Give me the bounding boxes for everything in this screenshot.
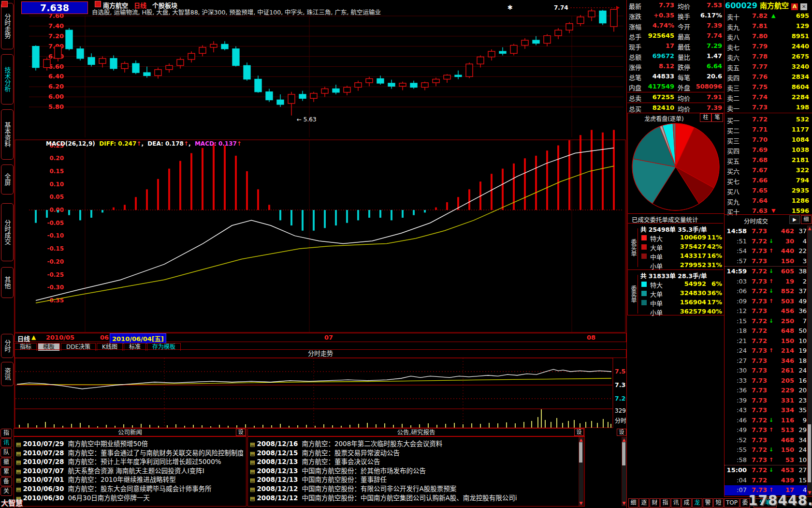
queue-level-label: 卖七	[727, 43, 740, 52]
news-tab-2[interactable]: 讯	[0, 438, 12, 448]
bottom-tab-TOP[interactable]: TOP	[724, 498, 740, 508]
queue-price: 7.74	[752, 93, 768, 101]
announcements-panel-item-6[interactable]: ▤2008/12/12中国南方航空股份：有限公司非公开发行A股股票预案	[250, 483, 581, 493]
bottom-tab-成[interactable]: 成	[682, 498, 692, 508]
trade-price: 7.72	[752, 337, 767, 344]
trade-volume: 468	[775, 436, 794, 444]
quote-row-2: 涨跌+0.35换手6.17%	[627, 11, 724, 21]
quote-label: 总手	[629, 32, 641, 41]
close-icon[interactable]: ✕	[800, 3, 807, 10]
news-scrollbar[interactable]: ▲▼	[579, 437, 584, 506]
scroll-down-icon[interactable]: ▼	[622, 501, 626, 506]
trade-time: :55	[725, 446, 747, 453]
scroll-down-icon[interactable]: ▼	[579, 501, 583, 506]
date-label-5[interactable]: 08	[587, 334, 595, 341]
bottom-tab-细[interactable]: 细	[628, 498, 638, 508]
news-tab-3[interactable]: 队	[0, 448, 12, 457]
bottom-tab-逐[interactable]: 逐	[639, 498, 649, 508]
pie-pen-button[interactable]: 笔	[711, 113, 723, 122]
queue-level-label: 卖一	[727, 104, 740, 113]
sidebar-item-3[interactable]: 基本资料	[1, 109, 14, 160]
sidebar-item-4[interactable]: 全屏	[1, 164, 14, 194]
macd-value: MACD: 0.137	[195, 140, 237, 147]
sell-row-10: 卖一7.73198	[725, 103, 812, 113]
sidebar-item-2[interactable]: 技术分析	[1, 54, 14, 105]
date-label-4[interactable]: 07	[324, 334, 333, 341]
news-tab-6[interactable]: 备	[0, 477, 12, 486]
news-tab-7[interactable]: 关	[0, 487, 12, 496]
scroll-up-icon[interactable]: ▲	[622, 437, 626, 442]
queue-level-label: 卖六	[727, 53, 740, 62]
company-news-panel-settings-button[interactable]: 设	[236, 429, 246, 436]
date-label-2[interactable]: 06	[100, 334, 109, 341]
company-news-panel-item-5[interactable]: ▤2010/07/01南方航空：2010年继续推进战略转型	[16, 474, 243, 484]
company-news-panel-item-7[interactable]: ▤2010/06/3006月30日南方航空停牌一天	[16, 493, 243, 502]
quote-label: 总买	[629, 104, 641, 113]
announcements-panel-item-7[interactable]: ▤2008/12/12中国南方航空股份：中国南方航空集团公司认购新A股、南龙控股…	[250, 493, 581, 502]
document-icon: ▤	[250, 441, 255, 448]
bottom-tab-短[interactable]: 短	[713, 498, 724, 508]
quote-value: 8.12	[643, 62, 674, 70]
sidebar-item-1[interactable]: 分时走势	[1, 3, 14, 49]
queue-price: 7.78	[752, 53, 768, 60]
news-tab-1[interactable]: 指	[0, 429, 12, 438]
company-news-panel-item-3[interactable]: ▤2010/07/28南方航空：预计上半年度净利润同比增长超过5000%	[16, 456, 243, 466]
company-news-panel-item-6[interactable]: ▤2010/06/30南方航空：股东大会同意续聘毕马威会计师事务所	[16, 483, 243, 493]
trade-price: 7.73	[752, 347, 767, 354]
company-news-panel-item-2[interactable]: ▤2010/07/28南方航空：董事会通过了与南航财务关联交易的风险控制制度	[16, 448, 243, 457]
company-news-panel-item-1[interactable]: ▤2010/07/29南方航空中期业绩预增50倍	[16, 438, 243, 448]
trade-row: :277.7334618	[725, 356, 808, 366]
bottom-tab-警[interactable]: 警	[703, 498, 713, 508]
scroll-up-icon[interactable]: ▲	[579, 437, 583, 442]
news-title: 航天系整合资源 海南航天主题公园投资人I变阵I	[68, 467, 204, 475]
announcements-panel-item-1[interactable]: ▤2008/12/16南方航空：2008年第二次临时股东大会会议资料	[250, 438, 581, 448]
quote-row-7: 涨停8.12跌停6.64	[627, 61, 724, 72]
sidebar-item-5[interactable]: 分时成交	[1, 203, 14, 261]
expand-icon[interactable]: ▶	[789, 215, 800, 224]
scroll-up-icon[interactable]: ▲	[808, 226, 812, 231]
svg-text:6.00: 6.00	[48, 93, 64, 100]
stats-value: 100609	[671, 234, 706, 241]
trade-time: :57	[725, 257, 747, 265]
trade-row: :037.73↑192	[725, 277, 808, 287]
announcements-panel-item-3[interactable]: ▤2008/12/13南方航空：董事会决议公告	[250, 456, 581, 466]
trades-scrollbar[interactable]: ▲ ▼	[807, 225, 812, 495]
scroll-thumb[interactable]	[579, 442, 582, 463]
pie-bar-button[interactable]: 柱	[700, 113, 711, 122]
bottom-tab-指[interactable]: 指	[660, 498, 670, 508]
date-axis[interactable]: 日线 ▲ 2010/05062010/06/04[五]0708	[14, 333, 626, 342]
stock-tags[interactable]: 自选股, 运输物流, H股, 大盘, 大智慧88, 沪深300, 预盈预增, 中…	[92, 7, 381, 16]
news-date: 2008/12/12	[257, 494, 298, 502]
scroll-thumb[interactable]	[622, 442, 625, 465]
intraday-settings-button[interactable]: 设	[617, 429, 626, 436]
announcements-panel-item-5[interactable]: ▤2008/12/13中国南方航空股份：董事辞任	[250, 474, 581, 484]
period-arrow-icon[interactable]: ▲	[31, 334, 36, 341]
news-tab-5[interactable]: 累	[0, 467, 12, 477]
news-tab-4[interactable]: 撤	[0, 458, 12, 467]
bottom-tab-龙[interactable]: 龙	[692, 498, 702, 508]
announcements-panel-item-4[interactable]: ▤2008/12/13中国南方航空股份：於其他市场发布的公告	[250, 465, 581, 475]
trade-time: :27	[725, 357, 747, 364]
trades-list[interactable]: 14:587.7346237:517.72↓304:547.73↑44022:5…	[725, 226, 808, 495]
sidebar-subitem-2[interactable]: 资讯	[1, 362, 14, 386]
date-label-1[interactable]: 2010/05	[46, 334, 74, 341]
candlestick-chart[interactable]: 7.607.407.207.006.806.606.406.206.005.80…	[14, 0, 626, 333]
queue-level-label: 买三	[727, 136, 740, 145]
bottom-tab-财[interactable]: 财	[650, 498, 660, 508]
quote-row-8: 总笔44833每笔20.6	[627, 72, 724, 82]
company-news-panel-item-4[interactable]: ▤2010/07/07航天系整合资源 海南航天主题公园投资人I变阵I	[16, 465, 243, 475]
trade-row: :127.7345636	[725, 306, 808, 316]
trades-detail-button[interactable]: 细	[801, 215, 812, 224]
legend-swatch	[641, 244, 647, 250]
scroll-thumb[interactable]	[808, 424, 811, 482]
bottom-tab-讯[interactable]: 讯	[671, 498, 681, 508]
announcements-panel-item-2[interactable]: ▤2008/12/15南方航空：股票交易异常波动公告	[250, 448, 581, 457]
trade-price: 7.73	[752, 367, 767, 374]
sidebar-item-6[interactable]: 其他	[1, 267, 14, 298]
queue-volume: 322	[777, 166, 809, 174]
announcements-panel-settings-button[interactable]: 设	[574, 429, 584, 436]
intraday-chart[interactable]: 7.567.387.2032963分时	[14, 358, 626, 436]
stats-pct: 11%	[706, 234, 722, 241]
sidebar-subitem-1[interactable]: 分时	[1, 334, 14, 358]
trade-volume: 19	[775, 278, 794, 285]
